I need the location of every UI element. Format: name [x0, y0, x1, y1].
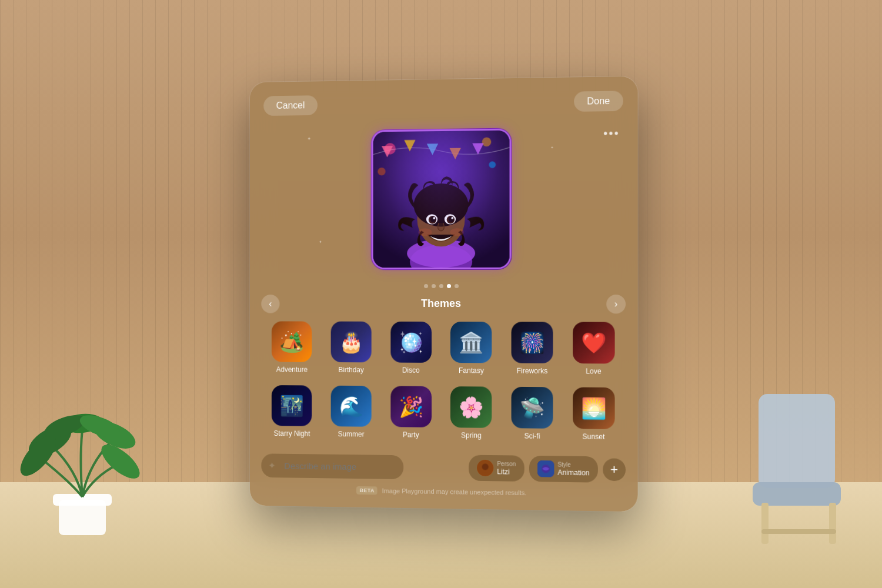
theme-item-spring[interactable]: 🌸 Spring	[442, 383, 500, 443]
dialog-header: Cancel Done	[261, 88, 626, 125]
theme-icon-love: ❤️	[573, 322, 615, 363]
themes-nav-right[interactable]: ›	[606, 295, 626, 313]
themes-section: ‹ Themes › 🏕️ Adventure 🎂 Birthday 🪩 Dis…	[261, 293, 626, 455]
preview-image	[373, 131, 510, 268]
theme-label-sunset: Sunset	[582, 432, 604, 441]
svg-point-36	[451, 217, 453, 219]
bottom-bar: ✦ Person Litzi	[261, 450, 626, 487]
theme-icon-fantasy: 🏛️	[450, 322, 492, 363]
theme-label-birthday: Birthday	[338, 366, 363, 374]
theme-label-party: Party	[403, 430, 419, 439]
theme-label-love: Love	[586, 367, 602, 375]
svg-point-28	[414, 183, 469, 227]
theme-icon-sunset: 🌅	[573, 387, 615, 429]
theme-item-sunset[interactable]: 🌅 Sunset	[564, 383, 623, 445]
theme-item-summer[interactable]: 🌊 Summer	[323, 382, 380, 442]
person-chip[interactable]: Person Litzi	[469, 455, 524, 482]
svg-point-27	[417, 192, 465, 246]
style-chip-value: Animation	[557, 468, 589, 477]
svg-point-33	[430, 216, 436, 222]
svg-point-30	[445, 214, 456, 225]
person-chip-value: Litzi	[497, 467, 516, 476]
theme-label-starrynight: Starry Night	[273, 429, 310, 437]
theme-item-starrynight[interactable]: 🌃 Starry Night	[263, 382, 320, 442]
svg-point-34	[449, 216, 455, 222]
svg-marker-23	[472, 143, 483, 155]
svg-marker-21	[427, 143, 438, 155]
theme-icon-disco: 🪩	[390, 322, 432, 363]
svg-point-17	[489, 161, 496, 168]
style-chip[interactable]: Style Animation	[529, 456, 598, 483]
themes-nav-left[interactable]: ‹	[261, 294, 279, 313]
theme-label-disco: Disco	[402, 366, 420, 375]
svg-rect-9	[759, 394, 835, 488]
theme-item-fantasy[interactable]: 🏛️ Fantasy	[442, 318, 500, 379]
svg-rect-25	[434, 230, 447, 248]
plant-left	[18, 341, 147, 541]
style-icon	[537, 460, 554, 477]
style-chip-text: Style Animation	[557, 461, 589, 477]
dot-2[interactable]	[432, 284, 436, 288]
svg-marker-19	[382, 146, 393, 157]
face-illustration	[373, 131, 510, 268]
theme-label-fireworks: Fireworks	[517, 367, 548, 375]
theme-item-disco[interactable]: 🪩 Disco	[382, 318, 440, 378]
theme-icon-party: 🎉	[390, 386, 432, 427]
theme-item-love[interactable]: ❤️ Love	[564, 318, 623, 379]
theme-icon-summer: 🌊	[331, 386, 372, 427]
dot-1[interactable]	[424, 284, 428, 288]
themes-grid: 🏕️ Adventure 🎂 Birthday 🪩 Disco 🏛️ Fanta…	[261, 318, 626, 445]
sparkle-1: ✦	[307, 136, 311, 142]
theme-icon-fireworks: 🎆	[512, 322, 553, 363]
svg-point-16	[482, 138, 492, 147]
theme-item-birthday[interactable]: 🎂 Birthday	[323, 318, 380, 378]
svg-marker-22	[450, 148, 461, 160]
more-options-button[interactable]: •••	[603, 126, 620, 141]
chevron-left-icon: ‹	[269, 298, 272, 309]
theme-label-fantasy: Fantasy	[459, 366, 484, 375]
theme-item-party[interactable]: 🎉 Party	[382, 382, 440, 443]
svg-point-24	[410, 245, 472, 268]
beta-badge: BETA	[356, 486, 377, 495]
themes-title: Themes	[421, 298, 461, 310]
chevron-right-icon: ›	[614, 299, 617, 309]
person-chip-label: Person	[497, 460, 516, 467]
theme-label-spring: Spring	[461, 431, 482, 439]
add-button[interactable]: +	[603, 458, 626, 481]
describe-wrapper: ✦	[261, 453, 464, 480]
style-chip-label: Style	[557, 461, 589, 469]
person-chip-text: Person Litzi	[497, 460, 516, 476]
svg-point-31	[429, 216, 437, 224]
sparkle-3: ✦	[319, 240, 322, 245]
theme-label-adventure: Adventure	[276, 365, 308, 373]
svg-marker-20	[404, 140, 415, 152]
dot-5[interactable]	[455, 284, 459, 288]
svg-point-18	[377, 168, 385, 176]
theme-item-scifi[interactable]: 🛸 Sci-fi	[503, 383, 562, 445]
theme-label-scifi: Sci-fi	[524, 432, 540, 440]
dots-indicator	[261, 279, 626, 293]
svg-point-37	[418, 228, 432, 236]
svg-rect-13	[761, 529, 836, 534]
image-playground-dialog: Cancel Done ••• ✦ ✦ ✦	[250, 76, 638, 512]
done-button[interactable]: Done	[574, 91, 623, 112]
dot-3[interactable]	[439, 284, 443, 288]
cancel-button[interactable]: Cancel	[263, 95, 318, 116]
theme-icon-starrynight: 🌃	[272, 385, 312, 426]
sparkle-2: ✦	[550, 145, 553, 149]
theme-item-adventure[interactable]: 🏕️ Adventure	[263, 318, 320, 377]
theme-icon-scifi: 🛸	[512, 387, 553, 429]
svg-point-29	[426, 214, 437, 224]
theme-icon-birthday: 🎂	[331, 322, 372, 363]
svg-rect-11	[761, 503, 769, 544]
svg-rect-12	[829, 503, 836, 544]
describe-input[interactable]	[261, 453, 403, 479]
dot-4-active[interactable]	[446, 284, 450, 288]
svg-rect-10	[753, 482, 841, 506]
theme-item-fireworks[interactable]: 🎆 Fireworks	[503, 318, 562, 379]
svg-point-26	[407, 239, 475, 268]
svg-rect-14	[373, 131, 510, 268]
theme-label-summer: Summer	[338, 430, 365, 438]
image-preview-area: ••• ✦ ✦ ✦	[261, 121, 626, 279]
theme-icon-spring: 🌸	[450, 386, 492, 428]
